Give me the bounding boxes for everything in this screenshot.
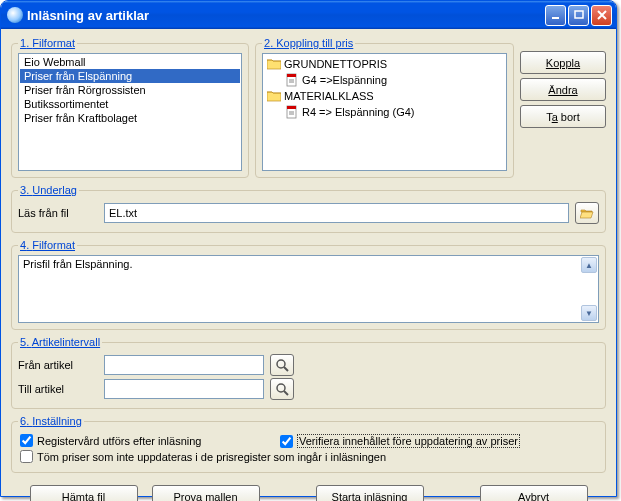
legend-underlag: 3. Underlag — [18, 184, 79, 196]
legend-filformat2: 4. Filformat — [18, 239, 77, 251]
registervard-label[interactable]: Registervård utförs efter inläsning — [37, 435, 201, 447]
minimize-button[interactable] — [545, 5, 566, 26]
prova-mallen-button[interactable]: Prova mallen — [152, 485, 260, 501]
document-icon — [285, 73, 299, 87]
window-title: Inläsning av artiklar — [27, 8, 545, 23]
app-icon — [7, 7, 23, 23]
tabort-button[interactable]: Ta bort — [520, 105, 606, 128]
group-installning: 6. Inställning Registervård utförs efter… — [11, 415, 606, 473]
file-path-input[interactable] — [104, 203, 569, 223]
group-underlag: 3. Underlag Läs från fil — [11, 184, 606, 233]
file-format-textarea[interactable]: Prisfil från Elspänning. ▲ ▼ — [18, 255, 599, 323]
scroll-down-button[interactable]: ▼ — [581, 305, 597, 321]
to-article-input[interactable] — [104, 379, 264, 399]
bottom-button-row: Hämta fil Prova mallen Starta inläsning … — [11, 479, 606, 501]
tree-item[interactable]: G4 =>Elspänning — [265, 72, 504, 88]
svg-point-12 — [277, 384, 285, 392]
tree-item-label: GRUNDNETTOPRIS — [284, 58, 387, 70]
svg-rect-3 — [287, 74, 296, 77]
file-format-listbox[interactable]: Eio WebmallPriser från ElspänningPriser … — [18, 53, 242, 171]
group-artikelintervall: 5. Artikelintervall Från artikel Till ar… — [11, 336, 606, 409]
magnifier-icon — [275, 358, 289, 372]
tree-item-label: G4 =>Elspänning — [302, 74, 387, 86]
tompriser-label[interactable]: Töm priser som inte uppdateras i de pris… — [37, 451, 386, 463]
price-tree[interactable]: GRUNDNETTOPRISG4 =>ElspänningMATERIALKLA… — [262, 53, 507, 171]
titlebar[interactable]: Inläsning av artiklar — [1, 1, 616, 29]
maximize-button[interactable] — [568, 5, 589, 26]
group-koppling: 2. Koppling till pris GRUNDNETTOPRISG4 =… — [255, 37, 514, 178]
from-article-input[interactable] — [104, 355, 264, 375]
list-item[interactable]: Priser från Kraftbolaget — [20, 111, 240, 125]
from-article-lookup-button[interactable] — [270, 354, 294, 376]
svg-rect-0 — [552, 17, 559, 19]
folder-icon — [267, 90, 281, 102]
list-item[interactable]: Priser från Elspänning — [20, 69, 240, 83]
read-from-file-label: Läs från fil — [18, 207, 98, 219]
legend-koppling: 2. Koppling till pris — [262, 37, 355, 49]
to-article-label: Till artikel — [18, 383, 98, 395]
to-article-lookup-button[interactable] — [270, 378, 294, 400]
svg-rect-1 — [575, 11, 583, 18]
legend-filformat1: 1. Filformat — [18, 37, 77, 49]
andra-button[interactable]: Ändra — [520, 78, 606, 101]
folder-open-icon — [580, 206, 594, 220]
browse-file-button[interactable] — [575, 202, 599, 224]
file-format-text: Prisfil från Elspänning. — [23, 258, 132, 270]
close-button[interactable] — [591, 5, 612, 26]
tree-item-label: R4 => Elspänning (G4) — [302, 106, 415, 118]
tree-item[interactable]: MATERIALKLASS — [265, 88, 504, 104]
svg-line-11 — [284, 367, 288, 371]
list-item[interactable]: Butikssortimentet — [20, 97, 240, 111]
folder-icon — [267, 58, 281, 70]
verifiera-checkbox[interactable] — [280, 435, 293, 448]
verifiera-label[interactable]: Verifiera innehållet före uppdatering av… — [297, 434, 520, 448]
avbryt-button[interactable]: Avbryt — [480, 485, 588, 501]
list-item[interactable]: Priser från Rörgrossisten — [20, 83, 240, 97]
group-filformat-list: 1. Filformat Eio WebmallPriser från Elsp… — [11, 37, 249, 178]
group-filformat-preview: 4. Filformat Prisfil från Elspänning. ▲ … — [11, 239, 606, 330]
list-item[interactable]: Eio Webmall — [20, 55, 240, 69]
svg-point-10 — [277, 360, 285, 368]
tree-item[interactable]: GRUNDNETTOPRIS — [265, 56, 504, 72]
tompriser-checkbox[interactable] — [20, 450, 33, 463]
registervard-checkbox[interactable] — [20, 434, 33, 447]
document-icon — [285, 105, 299, 119]
legend-artikel: 5. Artikelintervall — [18, 336, 102, 348]
legend-inst: 6. Inställning — [18, 415, 84, 427]
tree-item-label: MATERIALKLASS — [284, 90, 374, 102]
hamta-fil-button[interactable]: Hämta fil — [30, 485, 138, 501]
client-area: 1. Filformat Eio WebmallPriser från Elsp… — [1, 29, 616, 501]
scroll-up-button[interactable]: ▲ — [581, 257, 597, 273]
dialog-window: Inläsning av artiklar 1. Filformat Eio W… — [0, 0, 617, 497]
svg-rect-7 — [287, 106, 296, 109]
tree-item[interactable]: R4 => Elspänning (G4) — [265, 104, 504, 120]
side-button-column: Koppla Ändra Ta bort — [520, 37, 606, 184]
starta-inlasning-button[interactable]: Starta inläsning — [316, 485, 424, 501]
from-article-label: Från artikel — [18, 359, 98, 371]
svg-line-13 — [284, 391, 288, 395]
magnifier-icon — [275, 382, 289, 396]
koppla-button[interactable]: Koppla — [520, 51, 606, 74]
